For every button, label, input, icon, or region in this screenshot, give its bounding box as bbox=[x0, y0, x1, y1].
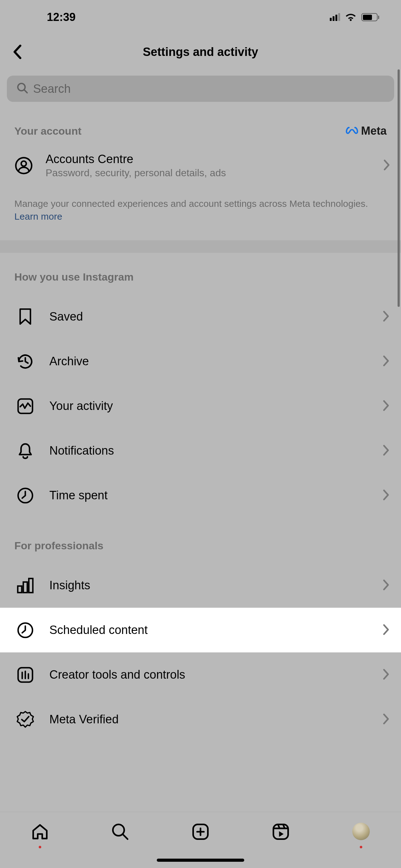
row-saved[interactable]: Saved bbox=[0, 294, 401, 339]
bell-icon bbox=[15, 442, 35, 460]
nav-reels[interactable] bbox=[270, 823, 292, 844]
row-accounts-centre[interactable]: Accounts Centre Password, security, pers… bbox=[0, 137, 401, 184]
search-placeholder: Search bbox=[33, 82, 71, 96]
battery-icon bbox=[361, 13, 379, 21]
section-label-account: Your account bbox=[14, 125, 81, 137]
cellular-icon bbox=[330, 13, 340, 21]
home-indicator[interactable] bbox=[157, 859, 244, 862]
row-archive[interactable]: Archive bbox=[0, 339, 401, 384]
bar-chart-icon bbox=[15, 577, 35, 594]
chevron-right-icon bbox=[383, 624, 389, 637]
bookmark-icon bbox=[15, 308, 35, 326]
clock-icon bbox=[15, 487, 35, 504]
activity-icon bbox=[15, 398, 35, 415]
verified-badge-icon bbox=[15, 711, 35, 728]
svg-rect-8 bbox=[29, 578, 33, 592]
row-label: Notifications bbox=[49, 444, 369, 458]
svg-rect-6 bbox=[18, 586, 22, 592]
accounts-centre-subtitle: Password, security, personal details, ad… bbox=[45, 167, 371, 179]
status-indicators bbox=[330, 11, 379, 23]
status-bar: 12:39 bbox=[0, 0, 401, 34]
chevron-right-icon bbox=[383, 311, 389, 323]
row-time-spent[interactable]: Time spent bbox=[0, 473, 401, 518]
row-label: Saved bbox=[49, 310, 369, 323]
nav-profile[interactable] bbox=[350, 823, 372, 844]
page-title: Settings and activity bbox=[0, 45, 401, 59]
content-scroll[interactable]: Search Your account Meta Accounts Centre… bbox=[0, 69, 401, 812]
meta-logo-icon bbox=[345, 124, 359, 137]
nav-home[interactable] bbox=[29, 823, 51, 844]
chevron-right-icon bbox=[383, 445, 389, 457]
chevron-right-icon bbox=[383, 489, 389, 502]
row-insights[interactable]: Insights bbox=[0, 563, 401, 608]
svg-point-14 bbox=[113, 824, 124, 836]
section-usage-header: How you use Instagram bbox=[0, 253, 401, 283]
row-scheduled-content[interactable]: Scheduled content bbox=[0, 608, 401, 652]
history-icon bbox=[15, 352, 35, 371]
status-time: 12:39 bbox=[47, 11, 75, 24]
row-your-activity[interactable]: Your activity bbox=[0, 384, 401, 428]
row-label: Your activity bbox=[49, 399, 369, 413]
page-header: Settings and activity bbox=[0, 34, 401, 69]
user-circle-icon bbox=[14, 157, 33, 175]
nav-create[interactable] bbox=[190, 823, 211, 844]
svg-line-15 bbox=[123, 835, 128, 839]
chevron-right-icon bbox=[383, 159, 390, 172]
row-label: Time spent bbox=[49, 489, 369, 502]
account-footer-pre: Manage your connected experiences and ac… bbox=[14, 198, 368, 209]
section-professionals-header: For professionals bbox=[0, 522, 401, 552]
chevron-right-icon bbox=[383, 579, 389, 592]
row-meta-verified[interactable]: Meta Verified bbox=[0, 697, 401, 742]
svg-point-3 bbox=[21, 161, 26, 166]
chevron-right-icon bbox=[383, 400, 389, 412]
back-button[interactable] bbox=[9, 44, 25, 60]
row-label: Scheduled content bbox=[49, 623, 369, 637]
row-label: Meta Verified bbox=[49, 713, 369, 726]
svg-rect-19 bbox=[273, 824, 288, 839]
section-label-usage: How you use Instagram bbox=[14, 271, 134, 283]
row-notifications[interactable]: Notifications bbox=[0, 428, 401, 473]
controls-icon bbox=[15, 666, 35, 684]
section-your-account-header: Your account Meta bbox=[0, 106, 401, 137]
chevron-right-icon bbox=[383, 713, 389, 726]
row-label: Creator tools and controls bbox=[49, 668, 369, 681]
accounts-centre-title: Accounts Centre bbox=[45, 153, 371, 166]
svg-line-1 bbox=[24, 90, 27, 93]
meta-brand-label: Meta bbox=[361, 124, 387, 137]
learn-more-link[interactable]: Learn more bbox=[14, 211, 62, 221]
clock-icon bbox=[15, 621, 35, 639]
wifi-icon bbox=[344, 11, 357, 23]
nav-search[interactable] bbox=[109, 823, 131, 844]
account-footer-text: Manage your connected experiences and ac… bbox=[0, 184, 401, 240]
row-label: Archive bbox=[49, 354, 369, 368]
notification-dot bbox=[360, 846, 362, 848]
search-input[interactable]: Search bbox=[7, 75, 394, 102]
profile-avatar bbox=[352, 823, 370, 840]
notification-dot bbox=[39, 846, 41, 848]
chevron-right-icon bbox=[383, 669, 389, 681]
search-icon bbox=[16, 82, 29, 96]
scrollbar[interactable] bbox=[398, 69, 400, 307]
section-label-professionals: For professionals bbox=[14, 539, 103, 552]
svg-rect-7 bbox=[24, 582, 28, 592]
row-creator-tools[interactable]: Creator tools and controls bbox=[0, 652, 401, 697]
chevron-right-icon bbox=[383, 355, 389, 368]
section-divider bbox=[0, 240, 401, 253]
meta-brand-badge: Meta bbox=[345, 124, 387, 137]
row-label: Insights bbox=[49, 579, 369, 592]
